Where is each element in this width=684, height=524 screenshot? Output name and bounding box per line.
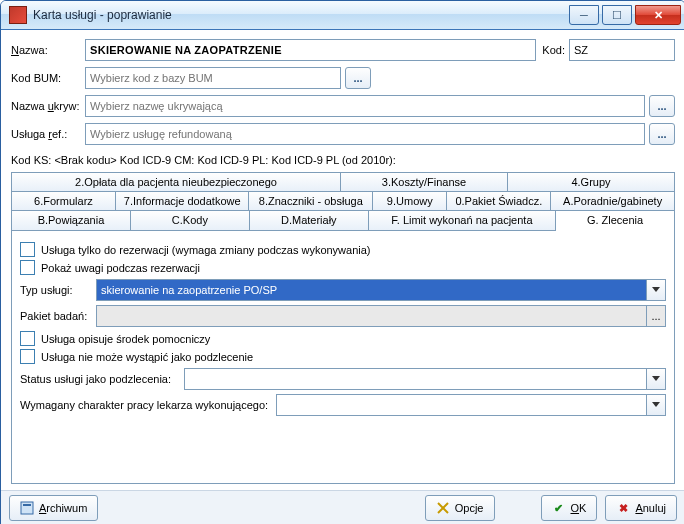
chevron-down-icon <box>652 287 660 293</box>
row-chk-podzlecenie: Usługa nie może wystąpić jako podzleceni… <box>20 349 666 364</box>
cancel-icon: ✖ <box>616 501 630 515</box>
typ-label: Typ usługi: <box>20 284 96 296</box>
kodbum-browse-button[interactable]: ... <box>345 67 371 89</box>
window-title: Karta usługi - poprawianie <box>33 8 566 22</box>
tab-powiazania[interactable]: B.Powiązania <box>12 211 131 230</box>
row-nazwa: Nazwa: Kod: <box>11 39 675 61</box>
chevron-down-icon <box>652 402 660 408</box>
row-nazwaukr: Nazwa ukryw: ... <box>11 95 675 117</box>
wymag-dropdown-button[interactable] <box>647 394 666 416</box>
close-button[interactable]: ✕ <box>635 5 681 25</box>
window-buttons: ─ ☐ ✕ <box>566 5 681 25</box>
app-icon <box>9 6 27 24</box>
kodbum-input[interactable] <box>85 67 341 89</box>
row-typ: Typ usługi: skierowanie na zaopatrzenie … <box>20 279 666 301</box>
wymag-label: Wymagany charakter pracy lekarza wykonuj… <box>20 399 276 411</box>
tab-kody[interactable]: C.Kody <box>131 211 250 230</box>
chk-srodek-label: Usługa opisuje środek pomocniczy <box>41 333 210 345</box>
tabrow-2: 6.Formularz 7.Informacje dodatkowe 8.Zna… <box>12 192 674 211</box>
uslugaref-browse-button[interactable]: ... <box>649 123 675 145</box>
chk-podzlecenie-label: Usługa nie może wystąpić jako podzleceni… <box>41 351 253 363</box>
typ-select[interactable]: skierowanie na zaopatrzenie PO/SP <box>96 279 647 301</box>
opcje-label: Opcje <box>455 502 484 514</box>
tab-poradnie[interactable]: A.Poradnie/gabinety <box>551 192 674 210</box>
row-status: Status usługi jako podzlecenia: <box>20 368 666 390</box>
row-uslugaref: Usługa ref.: ... <box>11 123 675 145</box>
check-icon: ✔ <box>552 501 566 515</box>
status-dropdown-button[interactable] <box>647 368 666 390</box>
archiwum-button[interactable]: Archiwum <box>9 495 98 521</box>
kod-static-line: Kod KS: <Brak kodu> Kod ICD-9 CM: Kod IC… <box>11 154 675 166</box>
row-chk-uwagi: Pokaż uwagi podczas rezerwacji <box>20 260 666 275</box>
pakiet-browse-button[interactable]: ... <box>647 305 666 327</box>
anuluj-label: Anuluj <box>635 502 666 514</box>
tab-formularz[interactable]: 6.Formularz <box>12 192 116 210</box>
chevron-down-icon <box>652 376 660 382</box>
nazwaukr-label: Nazwa ukryw: <box>11 100 85 112</box>
archive-icon <box>20 501 34 515</box>
svg-marker-2 <box>652 402 660 407</box>
wymag-select[interactable] <box>276 394 647 416</box>
tab-limit[interactable]: F. Limit wykonań na pacjenta <box>369 211 556 230</box>
uslugaref-label: Usługa ref.: <box>11 128 85 140</box>
row-pakiet: Pakiet badań: ... <box>20 305 666 327</box>
pakiet-input[interactable] <box>96 305 647 327</box>
opcje-button[interactable]: Opcje <box>425 495 495 521</box>
tab-umowy[interactable]: 9.Umowy <box>373 192 447 210</box>
uslugaref-input[interactable] <box>85 123 645 145</box>
chk-podzlecenie[interactable] <box>20 349 35 364</box>
tab-koszty[interactable]: 3.Koszty/Finanse <box>341 173 508 191</box>
tab-materialy[interactable]: D.Materiały <box>250 211 369 230</box>
anuluj-button[interactable]: ✖ Anuluj <box>605 495 677 521</box>
svg-rect-4 <box>23 504 31 506</box>
tools-icon <box>436 501 450 515</box>
svg-marker-0 <box>652 287 660 292</box>
chk-uwagi-label: Pokaż uwagi podczas rezerwacji <box>41 262 200 274</box>
tab-zlecenia[interactable]: G. Zlecenia <box>556 211 674 231</box>
maximize-button[interactable]: ☐ <box>602 5 632 25</box>
typ-dropdown-button[interactable] <box>647 279 666 301</box>
row-chk-rezerwacja: Usługa tylko do rezerwacji (wymaga zmian… <box>20 242 666 257</box>
svg-marker-1 <box>652 376 660 381</box>
tab-zlecenia-body: Usługa tylko do rezerwacji (wymaga zmian… <box>11 231 675 484</box>
tab-oplata[interactable]: 2.Opłata dla pacjenta nieubezpieczonego <box>12 173 341 191</box>
nazwaukr-input[interactable] <box>85 95 645 117</box>
archiwum-label: Archiwum <box>39 502 87 514</box>
window: Karta usługi - poprawianie ─ ☐ ✕ Nazwa: … <box>0 0 684 524</box>
tab-informacje[interactable]: 7.Informacje dodatkowe <box>116 192 250 210</box>
client-area: Nazwa: Kod: Kod BUM: ... Nazwa ukryw: ..… <box>1 30 684 490</box>
tab-znaczniki[interactable]: 8.Znaczniki - obsługa <box>249 192 373 210</box>
tabrow-3: B.Powiązania C.Kody D.Materiały F. Limit… <box>12 211 674 230</box>
bottom-toolbar: Archiwum Opcje ✔ OK ✖ Anuluj <box>1 490 684 524</box>
chk-uwagi[interactable] <box>20 260 35 275</box>
status-select[interactable] <box>184 368 647 390</box>
chk-rezerwacja[interactable] <box>20 242 35 257</box>
minimize-button[interactable]: ─ <box>569 5 599 25</box>
tabstrip: 2.Opłata dla pacjenta nieubezpieczonego … <box>11 172 675 231</box>
kodbum-label: Kod BUM: <box>11 72 85 84</box>
tabrow-1: 2.Opłata dla pacjenta nieubezpieczonego … <box>12 173 674 192</box>
chk-rezerwacja-label: Usługa tylko do rezerwacji (wymaga zmian… <box>41 244 371 256</box>
kod-input[interactable] <box>569 39 675 61</box>
row-kodbum: Kod BUM: ... <box>11 67 675 89</box>
tab-pakiet[interactable]: 0.Pakiet Świadcz. <box>447 192 551 210</box>
ok-button[interactable]: ✔ OK <box>541 495 598 521</box>
pakiet-label: Pakiet badań: <box>20 310 96 322</box>
row-wymag: Wymagany charakter pracy lekarza wykonuj… <box>20 394 666 416</box>
titlebar: Karta usługi - poprawianie ─ ☐ ✕ <box>1 1 684 30</box>
chk-srodek[interactable] <box>20 331 35 346</box>
svg-rect-3 <box>21 502 33 514</box>
nazwaukr-browse-button[interactable]: ... <box>649 95 675 117</box>
status-label: Status usługi jako podzlecenia: <box>20 373 184 385</box>
row-chk-srodek: Usługa opisuje środek pomocniczy <box>20 331 666 346</box>
tab-grupy[interactable]: 4.Grupy <box>508 173 674 191</box>
kod-label: Kod: <box>542 44 565 56</box>
nazwa-label: Nazwa: <box>11 44 85 56</box>
ok-label: OK <box>571 502 587 514</box>
nazwa-input[interactable] <box>85 39 536 61</box>
